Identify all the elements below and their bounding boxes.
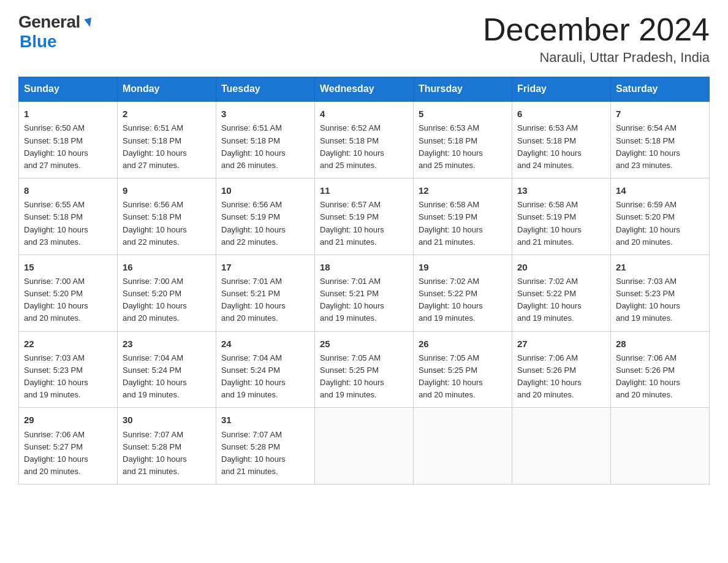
calendar-cell: 30 Sunrise: 7:07 AM Sunset: 5:28 PM Dayl…	[118, 408, 216, 484]
day-number: 23	[123, 337, 211, 351]
sunset-label: Sunset: 5:18 PM	[123, 212, 181, 221]
calendar-cell: 11 Sunrise: 6:57 AM Sunset: 5:19 PM Dayl…	[315, 178, 414, 255]
col-wednesday: Wednesday	[315, 77, 414, 102]
sunset-label: Sunset: 5:18 PM	[320, 136, 379, 145]
calendar-cell: 14 Sunrise: 6:59 AM Sunset: 5:20 PM Dayl…	[611, 178, 710, 255]
daylight-label: Daylight: 10 hours	[419, 378, 483, 387]
day-number: 31	[221, 413, 309, 427]
day-number: 14	[616, 183, 704, 197]
calendar-cell: 24 Sunrise: 7:04 AM Sunset: 5:24 PM Dayl…	[216, 331, 315, 408]
sunset-label: Sunset: 5:27 PM	[24, 442, 83, 451]
daylight-label: Daylight: 10 hours	[123, 225, 187, 234]
daylight-label: Daylight: 10 hours	[24, 225, 88, 234]
sunset-label: Sunset: 5:20 PM	[123, 289, 181, 298]
calendar-week-row: 8 Sunrise: 6:55 AM Sunset: 5:18 PM Dayli…	[19, 178, 710, 255]
sunrise-label: Sunrise: 6:51 AM	[221, 123, 282, 132]
day-number: 3	[221, 107, 309, 121]
sunrise-label: Sunrise: 7:06 AM	[517, 353, 578, 362]
calendar-cell: 31 Sunrise: 7:07 AM Sunset: 5:28 PM Dayl…	[216, 408, 315, 484]
day-number: 20	[517, 260, 605, 274]
sunrise-label: Sunrise: 7:05 AM	[419, 353, 479, 362]
calendar-cell	[611, 408, 710, 484]
daylight-minutes: and 19 minutes.	[320, 390, 377, 399]
daylight-label: Daylight: 10 hours	[320, 378, 384, 387]
calendar-cell: 3 Sunrise: 6:51 AM Sunset: 5:18 PM Dayli…	[216, 101, 315, 178]
daylight-label: Daylight: 10 hours	[616, 301, 680, 310]
calendar-cell	[315, 408, 414, 484]
daylight-label: Daylight: 10 hours	[616, 378, 680, 387]
calendar-week-row: 22 Sunrise: 7:03 AM Sunset: 5:23 PM Dayl…	[19, 331, 710, 408]
sunset-label: Sunset: 5:20 PM	[616, 212, 675, 221]
sunset-label: Sunset: 5:19 PM	[419, 212, 477, 221]
calendar-cell: 16 Sunrise: 7:00 AM Sunset: 5:20 PM Dayl…	[118, 255, 216, 331]
sunrise-label: Sunrise: 7:01 AM	[221, 277, 282, 286]
sunrise-label: Sunrise: 6:58 AM	[517, 200, 578, 209]
day-number: 5	[419, 107, 507, 121]
daylight-label: Daylight: 10 hours	[616, 225, 680, 234]
sunset-label: Sunset: 5:18 PM	[616, 136, 675, 145]
daylight-minutes: and 23 minutes.	[616, 161, 673, 170]
daylight-label: Daylight: 10 hours	[24, 454, 88, 464]
sunrise-label: Sunrise: 6:51 AM	[123, 123, 183, 132]
calendar-cell: 22 Sunrise: 7:03 AM Sunset: 5:23 PM Dayl…	[19, 331, 118, 408]
daylight-minutes: and 26 minutes.	[221, 161, 278, 170]
day-number: 26	[419, 337, 507, 351]
calendar-cell: 7 Sunrise: 6:54 AM Sunset: 5:18 PM Dayli…	[611, 101, 710, 178]
daylight-label: Daylight: 10 hours	[419, 301, 483, 310]
calendar-cell	[512, 408, 611, 484]
calendar-cell: 21 Sunrise: 7:03 AM Sunset: 5:23 PM Dayl…	[611, 255, 710, 331]
calendar-cell	[414, 408, 512, 484]
daylight-minutes: and 20 minutes.	[419, 390, 476, 399]
day-number: 15	[24, 260, 112, 274]
daylight-minutes: and 22 minutes.	[221, 237, 278, 247]
sunrise-label: Sunrise: 7:05 AM	[320, 353, 381, 362]
sunrise-label: Sunrise: 6:54 AM	[616, 123, 677, 132]
calendar-cell: 4 Sunrise: 6:52 AM Sunset: 5:18 PM Dayli…	[315, 101, 414, 178]
sunrise-label: Sunrise: 6:56 AM	[221, 200, 282, 209]
calendar-cell: 20 Sunrise: 7:02 AM Sunset: 5:22 PM Dayl…	[512, 255, 611, 331]
sunrise-label: Sunrise: 6:52 AM	[320, 123, 381, 132]
day-number: 13	[517, 183, 605, 197]
sunrise-label: Sunrise: 6:58 AM	[419, 200, 479, 209]
col-saturday: Saturday	[611, 77, 710, 102]
sunrise-label: Sunrise: 7:07 AM	[123, 430, 183, 439]
daylight-label: Daylight: 10 hours	[517, 301, 582, 310]
sunset-label: Sunset: 5:24 PM	[221, 366, 280, 375]
day-number: 16	[123, 260, 211, 274]
daylight-label: Daylight: 10 hours	[221, 454, 286, 464]
sunset-label: Sunset: 5:19 PM	[517, 212, 576, 221]
logo-general-text: General	[18, 12, 80, 32]
sunset-label: Sunset: 5:20 PM	[24, 289, 83, 298]
title-block: December 2024 Narauli, Uttar Pradesh, In…	[483, 12, 710, 66]
daylight-minutes: and 21 minutes.	[221, 467, 278, 476]
sunrise-label: Sunrise: 7:04 AM	[221, 353, 282, 362]
daylight-label: Daylight: 10 hours	[320, 301, 384, 310]
calendar-cell: 2 Sunrise: 6:51 AM Sunset: 5:18 PM Dayli…	[118, 101, 216, 178]
sunrise-label: Sunrise: 7:03 AM	[616, 277, 677, 286]
daylight-minutes: and 23 minutes.	[24, 237, 81, 247]
calendar-cell: 1 Sunrise: 6:50 AM Sunset: 5:18 PM Dayli…	[19, 101, 118, 178]
sunrise-label: Sunrise: 6:50 AM	[24, 123, 85, 132]
calendar-cell: 28 Sunrise: 7:06 AM Sunset: 5:26 PM Dayl…	[611, 331, 710, 408]
daylight-minutes: and 20 minutes.	[24, 313, 81, 323]
daylight-label: Daylight: 10 hours	[419, 148, 483, 158]
day-number: 24	[221, 337, 309, 351]
calendar-table: Sunday Monday Tuesday Wednesday Thursday…	[18, 77, 710, 484]
location-title: Narauli, Uttar Pradesh, India	[483, 50, 710, 66]
sunrise-label: Sunrise: 7:00 AM	[123, 277, 183, 286]
day-number: 21	[616, 260, 704, 274]
sunrise-label: Sunrise: 7:06 AM	[616, 353, 677, 362]
sunset-label: Sunset: 5:19 PM	[320, 212, 379, 221]
day-number: 2	[123, 107, 211, 121]
daylight-label: Daylight: 10 hours	[221, 301, 286, 310]
daylight-label: Daylight: 10 hours	[320, 225, 384, 234]
sunset-label: Sunset: 5:24 PM	[123, 366, 181, 375]
daylight-label: Daylight: 10 hours	[517, 148, 582, 158]
daylight-minutes: and 20 minutes.	[517, 390, 574, 399]
calendar-cell: 29 Sunrise: 7:06 AM Sunset: 5:27 PM Dayl…	[19, 408, 118, 484]
daylight-label: Daylight: 10 hours	[419, 225, 483, 234]
daylight-minutes: and 21 minutes.	[517, 237, 574, 247]
daylight-minutes: and 19 minutes.	[123, 390, 180, 399]
sunrise-label: Sunrise: 7:06 AM	[24, 430, 85, 439]
logo: General Blue	[18, 12, 95, 52]
